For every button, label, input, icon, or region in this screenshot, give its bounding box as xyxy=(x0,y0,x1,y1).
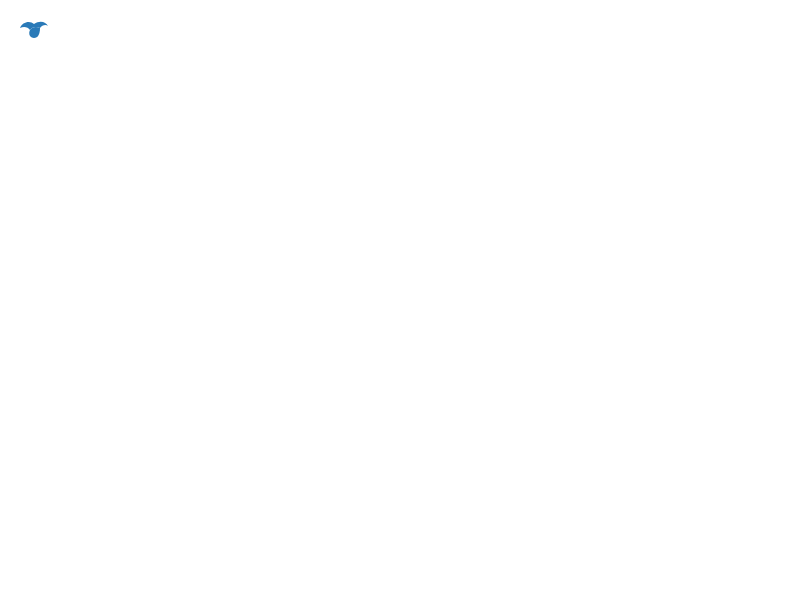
logo-bird-icon xyxy=(20,20,48,40)
logo xyxy=(20,20,52,40)
page-header xyxy=(20,20,772,40)
